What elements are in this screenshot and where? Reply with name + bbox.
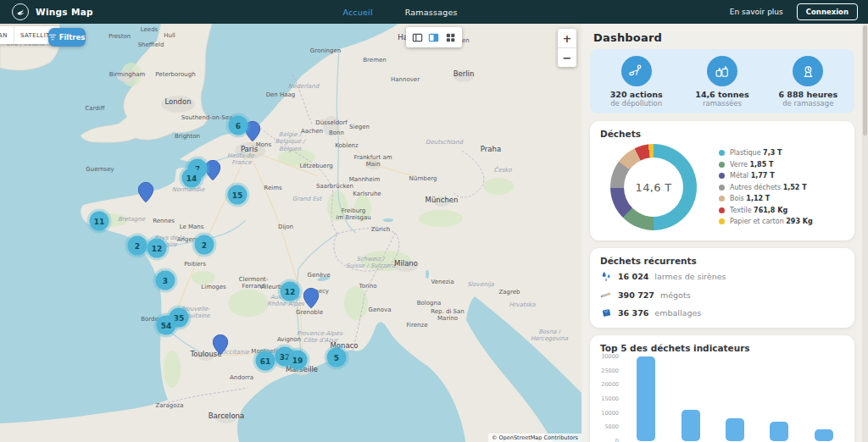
recurrents-title: Déchets récurrents <box>590 248 854 266</box>
recurrents-card: Déchets récurrents 16 024 larmes de sirè… <box>590 248 854 328</box>
map-cluster-marker[interactable]: 12 <box>147 239 167 258</box>
recurrent-item: 16 024 larmes de sirènes <box>600 271 844 282</box>
dashboard-title: Dashboard <box>581 24 868 49</box>
navbar: Wings Map Accueil Ramassages En savoir p… <box>0 0 868 24</box>
legend-item: Bois 1,12 T <box>719 195 813 202</box>
legend-dot <box>719 162 725 168</box>
split-view-icon[interactable] <box>426 30 441 45</box>
recurrent-item: 36 376 emballages <box>600 307 844 318</box>
bar[interactable] <box>770 422 788 441</box>
legend-dot <box>719 173 725 179</box>
zoom-out-button[interactable]: − <box>558 48 576 67</box>
brand-title: Wings Map <box>36 7 93 17</box>
mermaid-tears-icon <box>600 271 612 282</box>
view-toggle <box>406 27 462 47</box>
wings-map-app: Wings Map Accueil Ramassages En savoir p… <box>0 0 868 442</box>
map-cluster-marker[interactable]: 12 <box>281 282 300 301</box>
grid-view-icon[interactable] <box>443 30 458 45</box>
legend-item: Textile 761,8 Kg <box>719 207 813 214</box>
legend-item: Plastique 7,3 T <box>719 149 813 157</box>
recurrent-item: 390 727 mégots <box>600 290 844 300</box>
map-cluster-marker[interactable]: 6 <box>229 116 248 135</box>
filters-button[interactable]: Filtres <box>48 28 86 47</box>
time-hand-icon <box>793 56 823 86</box>
filter-icon <box>49 34 56 41</box>
map-cluster-marker[interactable]: 5 <box>327 348 347 367</box>
map-cluster-marker[interactable]: 14 <box>182 169 202 188</box>
map-cluster-marker[interactable]: 2 <box>195 235 214 255</box>
map-cluster-marker[interactable]: 19 <box>288 351 308 370</box>
zoom-control: + − <box>558 29 576 67</box>
dechets-donut-chart[interactable]: 14,6 T <box>610 144 697 230</box>
map-background <box>0 24 581 442</box>
wings-logo-icon <box>12 3 29 20</box>
nav-en-savoir-plus[interactable]: En savoir plus <box>730 8 783 16</box>
map-cluster-marker[interactable]: 2 <box>128 236 147 256</box>
zoom-in-button[interactable]: + <box>558 29 576 48</box>
stat-label: ramassées <box>703 99 742 108</box>
stat-heures: 6 888 heures de ramassage <box>765 56 851 108</box>
stat-tonnes: 14,6 tonnes ramassées <box>679 56 765 108</box>
map-cluster-marker[interactable]: 15 <box>228 185 248 205</box>
waste-bags-icon <box>707 56 737 86</box>
stat-actions: 320 actions de dépollution <box>593 56 679 108</box>
legend-dot <box>719 218 725 224</box>
packaging-icon <box>600 307 612 318</box>
stat-value: 6 888 heures <box>778 90 837 99</box>
layer-plan-button[interactable]: PLAN <box>0 26 14 44</box>
top5-title: Top 5 des déchets indicateurs <box>590 335 854 353</box>
nav-accueil[interactable]: Accueil <box>342 8 372 17</box>
dechets-title: Déchets <box>590 121 854 139</box>
y-axis-tick: 30000 <box>601 353 619 360</box>
map-pin-marker[interactable] <box>213 334 229 359</box>
panel-scrollbar[interactable] <box>862 24 868 442</box>
nav-right: En savoir plus Connexion <box>730 3 868 20</box>
legend-item: Métal 1,77 T <box>719 172 813 180</box>
bar[interactable] <box>726 418 744 441</box>
stats-card: 320 actions de dépollution 14,6 tonnes r… <box>590 49 854 113</box>
legend-dot <box>719 185 725 191</box>
legend-item: Papier et carton 293 Kg <box>719 218 813 225</box>
y-axis-tick: 15000 <box>601 395 619 402</box>
top5-bar-chart[interactable]: 050001000015000200002500030000 Capsules … <box>590 353 854 442</box>
y-axis-tick: 20000 <box>601 381 619 388</box>
nav-ramassages[interactable]: Ramassages <box>405 8 458 17</box>
filters-button-label: Filtres <box>59 33 86 41</box>
map-cluster-marker[interactable]: 3 <box>156 271 175 290</box>
main-nav: Accueil Ramassages <box>342 8 457 17</box>
y-axis-tick: 10000 <box>601 410 619 417</box>
legend-item: Verre 1,85 T <box>719 161 813 169</box>
stat-value: 320 actions <box>610 90 663 99</box>
map-pin-marker[interactable] <box>138 182 154 207</box>
map-attribution: © OpenStreetMap Contributors <box>488 434 581 442</box>
map-pin-marker[interactable] <box>205 160 221 185</box>
legend-dot <box>719 207 725 213</box>
map[interactable]: Éire / IrelandDublinPrestonLeedsHullShef… <box>0 24 581 442</box>
bar[interactable] <box>815 429 833 441</box>
y-axis-tick: 25000 <box>601 367 619 374</box>
brand[interactable]: Wings Map <box>0 3 93 20</box>
dechets-card: Déchets 14,6 T Plastique 7,3 TVerre 1,85… <box>590 121 854 240</box>
stat-label: de ramassage <box>782 99 833 108</box>
y-axis-tick: 0 <box>615 438 619 442</box>
connexion-button[interactable]: Connexion <box>797 3 858 20</box>
dechets-legend: Plastique 7,3 TVerre 1,85 TMétal 1,77 TA… <box>719 149 813 225</box>
legend-dot <box>719 196 725 202</box>
map-cluster-marker[interactable]: 11 <box>90 212 109 231</box>
bar[interactable] <box>682 410 700 441</box>
donut-total-label: 14,6 T <box>636 181 672 194</box>
map-pin-marker[interactable] <box>303 288 320 312</box>
map-cluster-marker[interactable]: 61 <box>256 351 275 371</box>
map-cluster-marker[interactable]: 54 <box>157 316 176 335</box>
stat-label: de dépollution <box>610 99 662 108</box>
trash-picker-icon <box>621 56 652 86</box>
stat-value: 14,6 tonnes <box>695 90 748 99</box>
top5-card: Top 5 des déchets indicateurs 0500010000… <box>590 335 854 442</box>
cigarette-icon <box>600 290 612 300</box>
map-only-view-icon[interactable] <box>410 30 425 45</box>
legend-item: Autres déchets 1,52 T <box>719 184 813 191</box>
dashboard-panel: Dashboard 320 actions de dépollution 14,… <box>581 24 868 442</box>
y-axis-tick: 5000 <box>604 423 619 430</box>
bar[interactable] <box>637 356 655 441</box>
legend-dot <box>719 150 725 156</box>
